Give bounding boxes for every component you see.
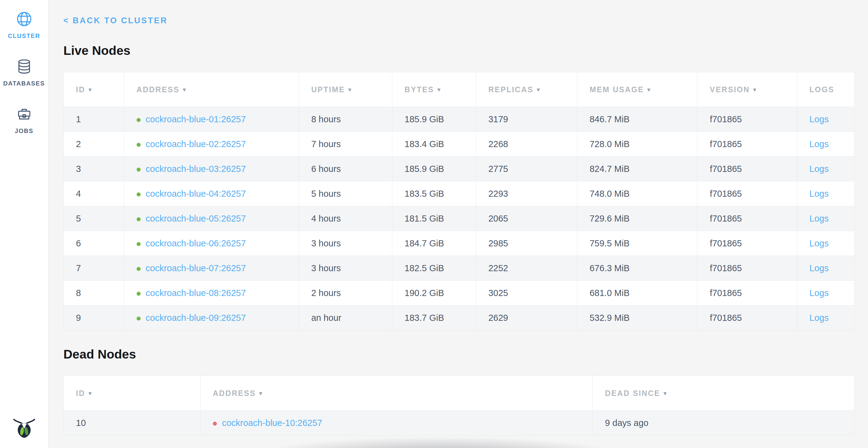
logs-link[interactable]: Logs — [809, 114, 829, 124]
cell-uptime: 3 hours — [299, 256, 392, 281]
node-address-link[interactable]: cockroach-blue-06:26257 — [146, 238, 246, 248]
cell-mem_usage: 681.0 MiB — [577, 281, 697, 305]
dead-nodes-table: ID▾ADDRESS▾DEAD SINCE▾10cockroach-blue-1… — [63, 376, 855, 436]
cell-logs: Logs — [797, 256, 854, 281]
column-header-uptime[interactable]: UPTIME▾ — [299, 72, 392, 107]
cell-mem_usage: 532.9 MiB — [577, 305, 697, 330]
column-header-label: UPTIME — [311, 85, 345, 94]
logs-link[interactable]: Logs — [809, 313, 829, 323]
cell-version: f701865 — [698, 206, 797, 231]
sidebar-item-databases[interactable]: DATABASES — [0, 59, 48, 87]
status-live-dot-icon — [136, 192, 141, 197]
cell-uptime: an hour — [299, 305, 392, 330]
cell-uptime: 2 hours — [299, 281, 392, 305]
cell-address: cockroach-blue-02:26257 — [124, 132, 299, 157]
column-header-dead_since[interactable]: DEAD SINCE▾ — [593, 376, 855, 411]
column-header-id[interactable]: ID▾ — [64, 376, 200, 411]
table-row: 4cockroach-blue-04:262575 hours183.5 GiB… — [64, 181, 855, 206]
sort-caret-icon: ▾ — [753, 86, 757, 93]
column-header-label: REPLICAS — [488, 85, 533, 94]
table-row: 8cockroach-blue-08:262572 hours190.2 GiB… — [64, 281, 855, 305]
cell-id: 8 — [64, 281, 124, 305]
cell-replicas: 2775 — [476, 157, 577, 181]
table-row: 7cockroach-blue-07:262573 hours182.5 GiB… — [64, 256, 855, 281]
column-header-label: ADDRESS — [213, 389, 256, 397]
sidebar-item-cluster[interactable]: CLUSTER — [0, 11, 48, 39]
logs-link[interactable]: Logs — [809, 139, 829, 149]
cell-version: f701865 — [698, 305, 797, 330]
column-header-replicas[interactable]: REPLICAS▾ — [476, 72, 577, 107]
sort-caret-icon: ▾ — [648, 86, 651, 93]
back-to-cluster-link[interactable]: < BACK TO CLUSTER — [63, 16, 167, 25]
logs-link[interactable]: Logs — [809, 238, 829, 248]
column-header-label: LOGS — [809, 85, 834, 94]
cell-id: 7 — [64, 256, 124, 281]
sort-caret-icon: ▾ — [89, 390, 92, 396]
cell-uptime: 5 hours — [299, 181, 392, 206]
table-row: 10cockroach-blue-10:262579 days ago — [64, 411, 855, 436]
logs-link[interactable]: Logs — [809, 164, 829, 174]
logs-link[interactable]: Logs — [809, 189, 829, 199]
node-address-link[interactable]: cockroach-blue-03:26257 — [146, 164, 246, 174]
logs-link[interactable]: Logs — [809, 288, 829, 298]
node-address-link[interactable]: cockroach-blue-01:26257 — [146, 114, 246, 124]
cell-uptime: 8 hours — [299, 107, 392, 132]
status-dead-dot-icon — [213, 422, 217, 426]
logs-link[interactable]: Logs — [809, 214, 829, 223]
status-live-dot-icon — [136, 143, 141, 147]
cell-version: f701865 — [698, 231, 797, 256]
cell-id: 9 — [64, 305, 124, 330]
cell-replicas: 2293 — [476, 181, 577, 206]
sort-caret-icon: ▾ — [664, 390, 668, 396]
table-row: 3cockroach-blue-03:262576 hours185.9 GiB… — [64, 157, 855, 181]
cell-address: cockroach-blue-10:26257 — [200, 411, 593, 436]
column-header-address[interactable]: ADDRESS▾ — [200, 376, 593, 411]
logs-link[interactable]: Logs — [809, 263, 829, 273]
status-live-dot-icon — [136, 217, 141, 221]
cell-bytes: 190.2 GiB — [392, 281, 476, 305]
node-address-link[interactable]: cockroach-blue-08:26257 — [146, 288, 246, 298]
cell-address: cockroach-blue-04:26257 — [124, 181, 299, 206]
cell-logs: Logs — [797, 231, 854, 256]
column-header-mem_usage[interactable]: MEM USAGE▾ — [577, 72, 697, 107]
node-address-link[interactable]: cockroach-blue-02:26257 — [146, 139, 246, 149]
sort-caret-icon: ▾ — [537, 86, 540, 93]
cell-bytes: 181.5 GiB — [392, 206, 476, 231]
cell-bytes: 183.7 GiB — [392, 305, 476, 330]
node-address-link[interactable]: cockroach-blue-09:26257 — [146, 313, 246, 323]
cockroach-logo-icon[interactable] — [0, 413, 48, 440]
node-address-link[interactable]: cockroach-blue-04:26257 — [146, 189, 246, 199]
cell-version: f701865 — [698, 107, 797, 132]
sidebar-nav: CLUSTER DATABASES — [0, 0, 48, 135]
sort-caret-icon: ▾ — [348, 86, 352, 93]
cell-logs: Logs — [797, 132, 854, 157]
cell-bytes: 183.5 GiB — [392, 181, 476, 206]
status-live-dot-icon — [136, 118, 141, 122]
sidebar: CLUSTER DATABASES — [0, 0, 49, 448]
column-header-id[interactable]: ID▾ — [64, 72, 124, 107]
cell-mem_usage: 729.6 MiB — [577, 206, 697, 231]
sort-caret-icon: ▾ — [437, 86, 441, 93]
node-address-link[interactable]: cockroach-blue-10:26257 — [222, 418, 322, 428]
cell-logs: Logs — [797, 305, 854, 330]
globe-icon — [16, 11, 32, 27]
status-live-dot-icon — [136, 292, 141, 296]
cell-id: 5 — [64, 206, 124, 231]
table-row: 1cockroach-blue-01:262578 hours185.9 GiB… — [64, 107, 855, 132]
cell-address: cockroach-blue-07:26257 — [124, 256, 299, 281]
column-header-bytes[interactable]: BYTES▾ — [392, 72, 476, 107]
sort-caret-icon: ▾ — [89, 86, 92, 93]
column-header-version[interactable]: VERSION▾ — [698, 72, 797, 107]
cell-id: 10 — [64, 411, 200, 436]
node-address-link[interactable]: cockroach-blue-05:26257 — [146, 214, 246, 223]
cell-logs: Logs — [797, 181, 854, 206]
cell-uptime: 6 hours — [299, 157, 392, 181]
cell-address: cockroach-blue-06:26257 — [124, 231, 299, 256]
column-header-address[interactable]: ADDRESS▾ — [124, 72, 299, 107]
column-header-label: ID — [76, 85, 85, 94]
cell-uptime: 7 hours — [299, 132, 392, 157]
sidebar-item-jobs[interactable]: JOBS — [0, 106, 48, 135]
node-address-link[interactable]: cockroach-blue-07:26257 — [146, 263, 246, 273]
cell-replicas: 3025 — [476, 281, 577, 305]
cell-address: cockroach-blue-03:26257 — [124, 157, 299, 181]
